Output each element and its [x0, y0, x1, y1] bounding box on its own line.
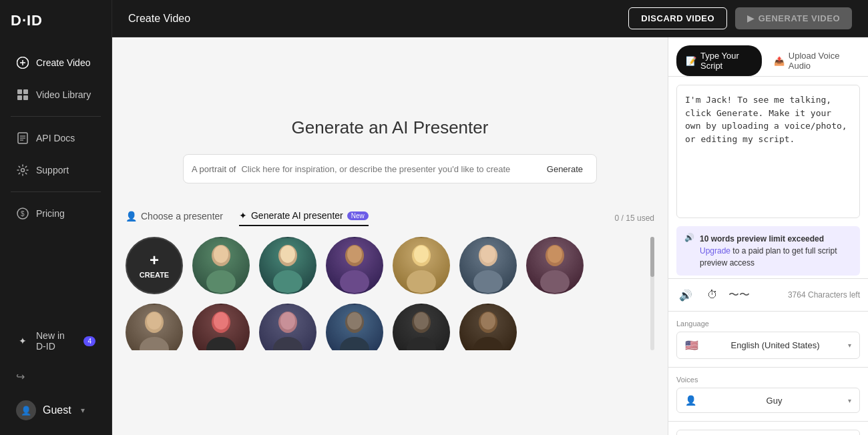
voices-section: Voices 👤 Guy ▾ — [668, 367, 868, 421]
content-area: Generate an AI Presenter A portrait of G… — [112, 37, 868, 435]
waveform-icon[interactable]: 〜〜 — [730, 286, 748, 304]
presenter-avatar-9[interactable] — [259, 304, 316, 350]
sidebar-item-create-video[interactable]: Create Video — [5, 48, 106, 77]
used-count: 0 / 15 used — [615, 213, 654, 223]
presenter-avatar-7[interactable] — [126, 304, 183, 350]
presenter-avatar-4[interactable] — [393, 237, 450, 294]
svg-point-28 — [481, 246, 495, 263]
portrait-label: A portrait of — [192, 164, 236, 174]
svg-point-49 — [481, 312, 495, 330]
svg-rect-5 — [17, 95, 22, 100]
styles-select[interactable]: Styles ▾ — [676, 430, 860, 435]
sidebar-item-forward[interactable]: ↪ — [5, 362, 106, 391]
guest-label: Guest — [43, 404, 71, 416]
plus-icon: + — [150, 252, 159, 268]
sidebar-bottom: ✦ New in D-ID 4 ↪ 👤 Guest ▾ — [0, 314, 112, 435]
upload-icon: 📤 — [774, 56, 785, 66]
sidebar-item-api-docs[interactable]: API Docs — [5, 123, 106, 153]
presenter-avatar-3[interactable] — [326, 237, 383, 294]
svg-point-48 — [473, 337, 503, 350]
right-panel: 📝 Type Your Script 📤 Upload Voice Audio … — [668, 37, 868, 435]
person-icon: 👤 — [685, 395, 696, 406]
language-select[interactable]: 🇺🇸 English (United States) ▾ — [676, 332, 860, 359]
presenter-avatar-10[interactable] — [326, 304, 383, 350]
svg-point-42 — [340, 337, 369, 350]
chars-left: 3764 Characters left — [788, 290, 860, 300]
ai-generator-input-row: A portrait of Generate — [183, 154, 597, 183]
warning-icon: 🔊 — [684, 233, 694, 242]
sidebar-item-label: Video Library — [36, 89, 91, 100]
dollar-icon: $ — [16, 207, 29, 220]
presenter-avatar-8[interactable] — [192, 304, 250, 350]
script-icon: 📝 — [686, 56, 696, 66]
voice-select[interactable]: 👤 Guy ▾ — [676, 388, 860, 413]
svg-point-43 — [347, 312, 362, 330]
svg-point-39 — [273, 337, 302, 350]
svg-rect-4 — [23, 89, 28, 94]
topbar-actions: DISCARD VIDEO ▶ GENERATE VIDEO — [628, 7, 852, 29]
svg-point-36 — [206, 337, 236, 350]
svg-point-46 — [414, 312, 429, 330]
plus-icon — [16, 56, 29, 69]
presenter-avatar-2[interactable] — [259, 237, 316, 294]
svg-point-45 — [407, 337, 436, 350]
page-title: Create Video — [128, 13, 190, 25]
main: Create Video DISCARD VIDEO ▶ GENERATE VI… — [112, 0, 868, 435]
portrait-input[interactable] — [241, 164, 535, 174]
svg-point-11 — [21, 169, 25, 172]
grid-icon — [16, 88, 29, 101]
sidebar-item-video-library[interactable]: Video Library — [5, 80, 106, 109]
svg-point-27 — [473, 270, 503, 294]
presenter-grid-wrapper: + CREATE — [126, 237, 654, 350]
tab-new-badge: New — [347, 211, 369, 220]
script-textarea[interactable]: I'm Jack! To see me talking, click Gener… — [676, 85, 860, 218]
presenter-avatar-5[interactable] — [459, 237, 517, 294]
chevron-down-icon: ▾ — [848, 342, 851, 349]
presenter-avatar-12[interactable] — [459, 304, 517, 350]
sidebar-item-new-in-did[interactable]: ✦ New in D-ID 4 — [5, 322, 106, 360]
scrollbar-track[interactable] — [650, 237, 654, 350]
svg-point-22 — [347, 246, 362, 263]
sidebar-item-label: Pricing — [36, 208, 65, 219]
tab-upload-audio[interactable]: 📤 Upload Voice Audio — [765, 45, 860, 76]
voices-label: Voices — [676, 376, 860, 384]
user-item[interactable]: 👤 Guest ▾ — [5, 394, 106, 427]
language-section: Language 🇺🇸 English (United States) ▾ — [668, 311, 868, 367]
new-badge: 4 — [83, 336, 95, 346]
presenter-avatar-11[interactable] — [393, 304, 450, 350]
speaker-icon[interactable]: 🔊 — [676, 286, 695, 304]
center-panel: Generate an AI Presenter A portrait of G… — [112, 37, 668, 435]
svg-point-30 — [540, 270, 570, 294]
sidebar-item-label: API Docs — [36, 133, 75, 143]
warning-title: 10 words preview limit exceeded — [700, 234, 824, 244]
sidebar-item-label: Create Video — [36, 57, 90, 68]
sidebar-item-label: Support — [36, 165, 69, 175]
presenter-avatar-1[interactable] — [192, 237, 250, 294]
svg-point-21 — [340, 270, 369, 294]
generate-presenter-button[interactable]: Generate — [541, 161, 588, 177]
limit-warning: 🔊 10 words preview limit exceeded Upgrad… — [676, 226, 860, 276]
person-icon: 👤 — [126, 211, 137, 222]
discard-video-button[interactable]: DISCARD VIDEO — [628, 7, 727, 29]
sparkle-icon: ✦ — [16, 334, 29, 348]
presenter-avatar-6[interactable] — [526, 237, 584, 294]
tab-choose-presenter[interactable]: 👤 Choose a presenter — [126, 211, 223, 226]
upgrade-link[interactable]: Upgrade — [700, 246, 730, 256]
generate-video-button[interactable]: ▶ GENERATE VIDEO — [735, 7, 852, 29]
sidebar-item-pricing[interactable]: $ Pricing — [5, 199, 106, 228]
svg-point-16 — [214, 246, 228, 263]
script-tabs: 📝 Type Your Script 📤 Upload Voice Audio — [668, 37, 868, 77]
clock-icon[interactable]: ⏱ — [703, 286, 722, 304]
new-in-did-label: New in D-ID — [36, 330, 74, 352]
tab-type-script[interactable]: 📝 Type Your Script — [676, 45, 762, 76]
ai-generator-section: Generate an AI Presenter A portrait of G… — [112, 37, 668, 183]
sidebar-divider-2 — [11, 191, 101, 192]
tab-generate-ai-presenter[interactable]: ✦ Generate AI presenter New — [239, 210, 369, 226]
sidebar-item-support[interactable]: Support — [5, 155, 106, 185]
svg-rect-3 — [17, 89, 22, 94]
chevron-down-icon: ▾ — [848, 397, 851, 404]
ai-generator-title: Generate an AI Presenter — [292, 117, 489, 138]
create-presenter-button[interactable]: + CREATE — [126, 237, 183, 294]
scrollbar-thumb[interactable] — [650, 237, 654, 277]
svg-point-24 — [407, 270, 436, 294]
